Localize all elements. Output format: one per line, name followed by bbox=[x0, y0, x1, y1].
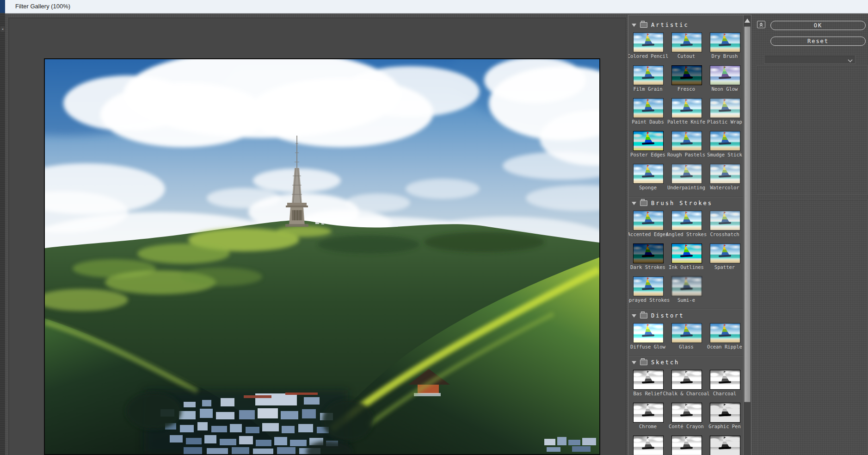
filter-thumb-accented-edges[interactable]: Accented Edges bbox=[633, 211, 663, 237]
filter-thumb-spatter[interactable]: Spatter bbox=[710, 243, 739, 270]
filter-thumb-sumi-e[interactable]: Sumi-e bbox=[671, 276, 701, 303]
filter-thumb-diffuse-glow[interactable]: Diffuse Glow bbox=[633, 323, 663, 350]
section-title: Distort bbox=[651, 312, 684, 319]
reset-button[interactable]: Reset bbox=[770, 37, 866, 46]
double-chevron-up-icon bbox=[759, 22, 763, 27]
filter-thumb-note-paper[interactable]: Note Paper bbox=[671, 436, 701, 455]
filter-thumbnail-image bbox=[710, 65, 740, 85]
filter-sections: ArtisticColored PencilCutoutDry BrushFil… bbox=[628, 15, 744, 455]
filter-thumb-dark-strokes[interactable]: Dark Strokes bbox=[633, 243, 663, 270]
filter-thumb-ink-outlines[interactable]: Ink Outlines bbox=[671, 243, 701, 270]
app-edge-strip: ◂ bbox=[0, 0, 5, 455]
filter-thumb-chrome[interactable]: Chrome bbox=[633, 403, 663, 430]
filter-thumb-smudge-stick[interactable]: Smudge Stick bbox=[710, 131, 739, 158]
filter-thumbnail-image bbox=[710, 243, 740, 263]
filter-thumb-rough-pastels[interactable]: Rough Pastels bbox=[671, 131, 701, 158]
filter-thumbnail-image bbox=[633, 243, 664, 263]
filter-thumb-watercolor[interactable]: Watercolor bbox=[710, 164, 739, 191]
scroll-up-arrow-icon bbox=[745, 19, 750, 23]
ok-button[interactable]: OK bbox=[770, 21, 866, 30]
section-title: Artistic bbox=[651, 22, 689, 28]
filter-thumb-sponge[interactable]: Sponge bbox=[633, 164, 663, 191]
filter-thumb-label: Graphic Pen bbox=[699, 424, 744, 430]
filter-thumb-underpainting[interactable]: Underpainting bbox=[671, 164, 701, 191]
filter-thumbnail-image bbox=[633, 65, 664, 85]
filter-thumb-poster-edges[interactable]: Poster Edges bbox=[633, 131, 663, 158]
filter-thumbnail-image bbox=[671, 32, 702, 52]
filter-thumbnail-image bbox=[633, 370, 664, 390]
collapse-triangle-icon bbox=[632, 361, 636, 364]
filter-thumb-label: Charcoal bbox=[699, 391, 744, 397]
filter-thumbnail-image bbox=[633, 211, 664, 231]
filter-thumb-dry-brush[interactable]: Dry Brush bbox=[710, 32, 739, 59]
filter-list-scrollbar[interactable] bbox=[743, 15, 751, 455]
dialog-title: Filter Gallery (100%) bbox=[15, 0, 70, 13]
filter-thumb-ocean-ripple[interactable]: Ocean Ripple bbox=[710, 323, 739, 350]
filter-thumb-label: Ocean Ripple bbox=[699, 344, 744, 350]
filter-thumb-bas-relief[interactable]: Bas Relief bbox=[633, 370, 663, 397]
filter-thumb-label: Plastic Wrap bbox=[699, 119, 744, 125]
filter-thumb-chalk-charcoal[interactable]: Chalk & Charcoal bbox=[671, 370, 701, 397]
filter-thumbnail-image bbox=[710, 403, 740, 423]
filter-thumb-label: Spatter bbox=[699, 264, 744, 270]
filter-thumbnail-image bbox=[671, 164, 702, 184]
section-header-brush-strokes[interactable]: Brush Strokes bbox=[628, 198, 744, 208]
filter-thumb-sprayed-strokes[interactable]: Sprayed Strokes bbox=[633, 276, 663, 303]
filter-thumb-label: Neon Glow bbox=[699, 86, 744, 92]
filter-thumbnail-image bbox=[633, 403, 664, 423]
filter-thumb-charcoal[interactable]: Charcoal bbox=[710, 370, 739, 397]
folder-icon bbox=[640, 360, 647, 365]
section-header-sketch[interactable]: Sketch bbox=[628, 357, 744, 368]
filter-preset-dropdown[interactable] bbox=[764, 55, 856, 64]
filter-thumb-photocopy[interactable]: Photocopy bbox=[710, 436, 739, 455]
filter-thumbnail-image bbox=[633, 323, 664, 343]
section-title: Brush Strokes bbox=[651, 200, 713, 206]
section-header-artistic[interactable]: Artistic bbox=[628, 20, 744, 30]
filter-thumb-label: Watercolor bbox=[699, 185, 744, 191]
filter-thumbnail-image bbox=[671, 131, 702, 151]
filter-thumbnail-image bbox=[633, 164, 664, 184]
filter-section-brush-strokes: Brush StrokesAccented EdgesAngled Stroke… bbox=[628, 197, 744, 309]
app-icon-fragment bbox=[0, 0, 5, 13]
filter-thumbnail-image bbox=[710, 211, 740, 231]
preview-image[interactable] bbox=[44, 58, 600, 455]
filter-thumb-cont-crayon[interactable]: Conté Crayon bbox=[671, 403, 701, 430]
filter-thumb-neon-glow[interactable]: Neon Glow bbox=[710, 65, 739, 92]
collapse-triangle-icon bbox=[632, 24, 636, 27]
filter-thumb-label: Dry Brush bbox=[699, 53, 744, 59]
filter-thumb-label: Smudge Stick bbox=[699, 152, 744, 158]
filter-thumbnail-image bbox=[633, 131, 664, 151]
filter-thumbnail-image bbox=[671, 403, 702, 423]
filter-thumbnail-image bbox=[633, 436, 664, 455]
filter-thumb-palette-knife[interactable]: Palette Knife bbox=[671, 98, 701, 125]
filter-thumb-angled-strokes[interactable]: Angled Strokes bbox=[671, 211, 701, 237]
filter-thumb-halftone-pattern[interactable]: Halftone Pattern bbox=[633, 436, 663, 455]
filter-thumb-glass[interactable]: Glass bbox=[671, 323, 701, 350]
folder-icon bbox=[640, 200, 647, 206]
filter-section-distort: DistortDiffuse GlowGlassOcean Ripple bbox=[628, 309, 744, 356]
filter-settings-panel bbox=[757, 65, 868, 194]
filter-thumb-fresco[interactable]: Fresco bbox=[671, 65, 701, 92]
filter-thumb-plastic-wrap[interactable]: Plastic Wrap bbox=[710, 98, 739, 125]
panel-collapse-left-icon[interactable]: ◂ bbox=[0, 26, 5, 32]
filter-thumbnail-image bbox=[671, 98, 702, 118]
filter-thumbnail-image bbox=[710, 164, 740, 184]
filter-thumb-cutout[interactable]: Cutout bbox=[671, 32, 701, 59]
filter-thumb-paint-daubs[interactable]: Paint Daubs bbox=[633, 98, 663, 125]
dialog-title-bar[interactable]: Filter Gallery (100%) bbox=[5, 0, 868, 13]
filter-thumb-colored-pencil[interactable]: Colored Pencil bbox=[633, 32, 663, 59]
filter-thumbnail-image bbox=[710, 436, 740, 455]
filter-thumb-label: Sumi-e bbox=[661, 297, 712, 303]
scroll-up-button[interactable] bbox=[744, 15, 751, 25]
chevron-down-icon bbox=[848, 57, 852, 62]
thumbnail-grid: Diffuse GlowGlassOcean Ripple bbox=[628, 322, 744, 356]
filter-thumbnail-image bbox=[633, 32, 664, 52]
scrollbar-thumb[interactable] bbox=[744, 26, 751, 402]
filter-thumb-film-grain[interactable]: Film Grain bbox=[633, 65, 663, 92]
collapse-filter-list-button[interactable] bbox=[757, 21, 765, 28]
section-header-distort[interactable]: Distort bbox=[628, 311, 744, 321]
filter-thumb-graphic-pen[interactable]: Graphic Pen bbox=[710, 403, 739, 430]
folder-icon bbox=[640, 313, 647, 318]
filter-thumb-crosshatch[interactable]: Crosshatch bbox=[710, 211, 739, 237]
collapse-triangle-icon bbox=[632, 314, 636, 318]
